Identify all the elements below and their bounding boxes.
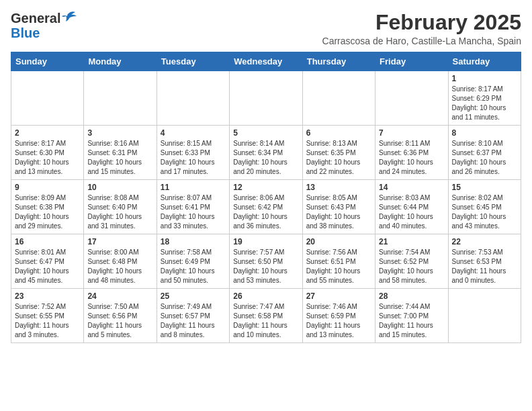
- day-info: Sunrise: 7:58 AMSunset: 6:49 PMDaylight:…: [161, 248, 226, 285]
- day-info: Sunrise: 7:44 AMSunset: 7:00 PMDaylight:…: [379, 302, 444, 340]
- day-info: Sunrise: 8:13 AMSunset: 6:35 PMDaylight:…: [306, 139, 371, 177]
- day-info: Sunrise: 7:50 AMSunset: 6:56 PMDaylight:…: [87, 302, 152, 340]
- day-cell: [11, 71, 84, 126]
- day-cell: 27Sunrise: 7:46 AMSunset: 6:59 PMDayligh…: [302, 289, 375, 343]
- day-number: 21: [379, 237, 444, 246]
- logo: General Blue: [11, 11, 77, 40]
- calendar-header-row: SundayMondayTuesdayWednesdayThursdayFrid…: [11, 52, 521, 71]
- header-saturday: Saturday: [448, 52, 521, 71]
- day-cell: 1Sunrise: 8:17 AMSunset: 6:29 PMDaylight…: [448, 71, 521, 126]
- day-info: Sunrise: 8:14 AMSunset: 6:34 PMDaylight:…: [233, 139, 298, 177]
- day-info: Sunrise: 8:16 AMSunset: 6:31 PMDaylight:…: [87, 139, 152, 177]
- day-info: Sunrise: 8:08 AMSunset: 6:40 PMDaylight:…: [87, 193, 152, 231]
- day-number: 7: [379, 128, 444, 138]
- header-sunday: Sunday: [11, 52, 84, 71]
- header-monday: Monday: [84, 52, 157, 71]
- day-info: Sunrise: 8:17 AMSunset: 6:30 PMDaylight:…: [15, 139, 80, 177]
- day-number: 8: [452, 128, 517, 138]
- day-number: 12: [233, 183, 298, 192]
- calendar-table: SundayMondayTuesdayWednesdayThursdayFrid…: [11, 52, 521, 343]
- day-cell: 14Sunrise: 8:03 AMSunset: 6:44 PMDayligh…: [375, 180, 448, 234]
- day-cell: [230, 71, 302, 126]
- location: Carrascosa de Haro, Castille-La Mancha, …: [322, 36, 521, 46]
- day-cell: 9Sunrise: 8:09 AMSunset: 6:38 PMDaylight…: [11, 180, 84, 234]
- day-number: 20: [306, 237, 371, 246]
- day-number: 22: [452, 237, 517, 246]
- day-cell: 13Sunrise: 8:05 AMSunset: 6:43 PMDayligh…: [302, 180, 375, 234]
- month-title: February 2025: [322, 11, 521, 34]
- day-number: 26: [233, 291, 298, 301]
- day-cell: 26Sunrise: 7:47 AMSunset: 6:58 PMDayligh…: [230, 289, 302, 343]
- day-cell: 11Sunrise: 8:07 AMSunset: 6:41 PMDayligh…: [157, 180, 229, 234]
- week-row-4: 23Sunrise: 7:52 AMSunset: 6:55 PMDayligh…: [11, 289, 521, 343]
- title-area: February 2025 Carrascosa de Haro, Castil…: [322, 11, 521, 46]
- day-number: 17: [87, 237, 152, 246]
- day-cell: 12Sunrise: 8:06 AMSunset: 6:42 PMDayligh…: [230, 180, 302, 234]
- day-number: 25: [161, 291, 226, 301]
- day-info: Sunrise: 7:56 AMSunset: 6:51 PMDaylight:…: [306, 248, 371, 285]
- day-info: Sunrise: 8:01 AMSunset: 6:47 PMDaylight:…: [15, 248, 80, 285]
- day-cell: [84, 71, 157, 126]
- day-info: Sunrise: 8:05 AMSunset: 6:43 PMDaylight:…: [306, 193, 371, 231]
- day-number: 18: [161, 237, 226, 246]
- day-number: 9: [15, 183, 80, 192]
- day-info: Sunrise: 7:47 AMSunset: 6:58 PMDaylight:…: [233, 302, 298, 340]
- day-info: Sunrise: 8:02 AMSunset: 6:45 PMDaylight:…: [452, 193, 517, 231]
- day-info: Sunrise: 8:17 AMSunset: 6:29 PMDaylight:…: [452, 85, 517, 122]
- day-cell: 18Sunrise: 7:58 AMSunset: 6:49 PMDayligh…: [157, 234, 229, 289]
- day-number: 24: [87, 291, 152, 301]
- day-number: 5: [233, 128, 298, 138]
- day-info: Sunrise: 7:54 AMSunset: 6:52 PMDaylight:…: [379, 248, 444, 285]
- day-info: Sunrise: 8:03 AMSunset: 6:44 PMDaylight:…: [379, 193, 444, 231]
- logo-bird-icon: [62, 11, 77, 23]
- day-cell: 21Sunrise: 7:54 AMSunset: 6:52 PMDayligh…: [375, 234, 448, 289]
- day-number: 2: [15, 128, 80, 138]
- day-cell: 6Sunrise: 8:13 AMSunset: 6:35 PMDaylight…: [302, 126, 375, 180]
- day-number: 11: [161, 183, 226, 192]
- day-number: 3: [87, 128, 152, 138]
- day-cell: 5Sunrise: 8:14 AMSunset: 6:34 PMDaylight…: [230, 126, 302, 180]
- day-cell: 25Sunrise: 7:49 AMSunset: 6:57 PMDayligh…: [157, 289, 229, 343]
- day-number: 19: [233, 237, 298, 246]
- day-number: 10: [87, 183, 152, 192]
- header-tuesday: Tuesday: [157, 52, 229, 71]
- day-cell: 16Sunrise: 8:01 AMSunset: 6:47 PMDayligh…: [11, 234, 84, 289]
- day-cell: 10Sunrise: 8:08 AMSunset: 6:40 PMDayligh…: [84, 180, 157, 234]
- day-cell: [302, 71, 375, 126]
- logo-blue: Blue: [11, 26, 40, 40]
- day-number: 27: [306, 291, 371, 301]
- header-friday: Friday: [375, 52, 448, 71]
- day-cell: 20Sunrise: 7:56 AMSunset: 6:51 PMDayligh…: [302, 234, 375, 289]
- day-cell: 15Sunrise: 8:02 AMSunset: 6:45 PMDayligh…: [448, 180, 521, 234]
- header: General Blue February 2025 Carrascosa de…: [11, 11, 521, 46]
- day-info: Sunrise: 8:09 AMSunset: 6:38 PMDaylight:…: [15, 193, 80, 231]
- day-cell: 19Sunrise: 7:57 AMSunset: 6:50 PMDayligh…: [230, 234, 302, 289]
- day-info: Sunrise: 7:57 AMSunset: 6:50 PMDaylight:…: [233, 248, 298, 285]
- day-cell: 8Sunrise: 8:10 AMSunset: 6:37 PMDaylight…: [448, 126, 521, 180]
- day-number: 28: [379, 291, 444, 301]
- header-thursday: Thursday: [302, 52, 375, 71]
- day-info: Sunrise: 8:11 AMSunset: 6:36 PMDaylight:…: [379, 139, 444, 177]
- day-cell: 17Sunrise: 8:00 AMSunset: 6:48 PMDayligh…: [84, 234, 157, 289]
- day-number: 13: [306, 183, 371, 192]
- week-row-3: 16Sunrise: 8:01 AMSunset: 6:47 PMDayligh…: [11, 234, 521, 289]
- day-info: Sunrise: 8:06 AMSunset: 6:42 PMDaylight:…: [233, 193, 298, 231]
- day-info: Sunrise: 8:15 AMSunset: 6:33 PMDaylight:…: [161, 139, 226, 177]
- day-cell: 2Sunrise: 8:17 AMSunset: 6:30 PMDaylight…: [11, 126, 84, 180]
- week-row-0: 1Sunrise: 8:17 AMSunset: 6:29 PMDaylight…: [11, 71, 521, 126]
- page-container: General Blue February 2025 Carrascosa de…: [11, 11, 521, 343]
- day-number: 23: [15, 291, 80, 301]
- day-info: Sunrise: 7:49 AMSunset: 6:57 PMDaylight:…: [161, 302, 226, 340]
- day-info: Sunrise: 7:53 AMSunset: 6:53 PMDaylight:…: [452, 248, 517, 285]
- day-cell: 4Sunrise: 8:15 AMSunset: 6:33 PMDaylight…: [157, 126, 229, 180]
- day-info: Sunrise: 8:07 AMSunset: 6:41 PMDaylight:…: [161, 193, 226, 231]
- day-number: 16: [15, 237, 80, 246]
- day-info: Sunrise: 8:00 AMSunset: 6:48 PMDaylight:…: [87, 248, 152, 285]
- day-cell: 3Sunrise: 8:16 AMSunset: 6:31 PMDaylight…: [84, 126, 157, 180]
- day-info: Sunrise: 7:52 AMSunset: 6:55 PMDaylight:…: [15, 302, 80, 340]
- day-number: 15: [452, 183, 517, 192]
- week-row-1: 2Sunrise: 8:17 AMSunset: 6:30 PMDaylight…: [11, 126, 521, 180]
- day-cell: [157, 71, 229, 126]
- day-cell: 7Sunrise: 8:11 AMSunset: 6:36 PMDaylight…: [375, 126, 448, 180]
- day-info: Sunrise: 7:46 AMSunset: 6:59 PMDaylight:…: [306, 302, 371, 340]
